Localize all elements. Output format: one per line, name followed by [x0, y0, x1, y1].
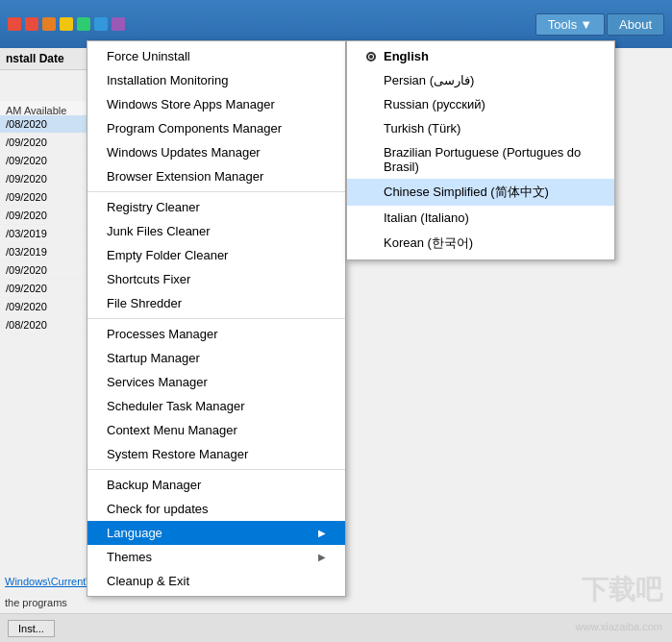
- menu-item-label-language: Language: [107, 526, 162, 540]
- menu-item-label-file-shredder: File Shredder: [107, 296, 182, 310]
- menu-item-cleanup-exit[interactable]: Cleanup & Exit: [87, 569, 345, 593]
- date-row[interactable]: /09/2020: [0, 280, 96, 298]
- submenu-item-label-brazilian-portuguese: Brazilian Portuguese (Portugues do Brasi…: [384, 145, 595, 174]
- menu-item-installation-monitoring[interactable]: Installation Monitoring: [87, 68, 345, 92]
- menu-item-browser-extension[interactable]: Browser Extension Manager: [87, 164, 345, 188]
- menu-item-processes-manager[interactable]: Processes Manager: [87, 322, 345, 346]
- date-row[interactable]: /03/2019: [0, 225, 96, 243]
- menu-item-force-uninstall[interactable]: Force Uninstall: [87, 44, 345, 68]
- about-button[interactable]: About: [607, 13, 664, 36]
- toolbar-buttons: Tools ▼ About: [535, 13, 664, 36]
- tools-arrow-icon: ▼: [580, 17, 592, 32]
- radio-empty-persian: [366, 76, 376, 86]
- submenu-item-label-russian: Russian (русский): [384, 97, 485, 111]
- submenu-item-label-english: English: [384, 49, 429, 63]
- menu-item-backup-manager[interactable]: Backup Manager: [87, 473, 345, 497]
- menu-item-label-program-components: Program Components Manager: [107, 121, 282, 136]
- date-row[interactable]: /03/2019: [0, 243, 96, 261]
- menu-item-windows-updates[interactable]: Windows Updates Manager: [87, 140, 345, 164]
- color-dot-6: [112, 17, 125, 31]
- date-row[interactable]: /09/2020: [0, 261, 96, 280]
- menu-item-label-system-restore: System Restore Manager: [107, 447, 248, 461]
- menu-item-label-scheduler-task: Scheduler Task Manager: [107, 399, 245, 413]
- radio-selected-english: [366, 52, 376, 62]
- color-dot-3: [60, 17, 73, 31]
- menu-item-windows-store-apps[interactable]: Windows Store Apps Manager: [87, 92, 345, 116]
- tools-dropdown-menu: Force UninstallInstallation MonitoringWi…: [87, 40, 346, 597]
- menu-item-program-components[interactable]: Program Components Manager: [87, 116, 345, 140]
- menu-item-label-browser-extension: Browser Extension Manager: [107, 169, 263, 184]
- about-label: About: [619, 17, 652, 32]
- menu-item-label-empty-folder: Empty Folder Cleaner: [107, 248, 228, 262]
- menu-item-context-menu[interactable]: Context Menu Manager: [87, 418, 345, 442]
- submenu-item-korean[interactable]: Korean (한국어): [347, 230, 614, 257]
- submenu-item-italian[interactable]: Italian (Italiano): [347, 206, 614, 230]
- submenu-item-chinese-simplified[interactable]: Chinese Simplified (简体中文): [347, 179, 614, 206]
- menu-item-label-shortcuts-fixer: Shortcuts Fixer: [107, 272, 190, 286]
- date-row[interactable]: /09/2020: [0, 188, 96, 207]
- tools-label: Tools: [548, 17, 577, 32]
- radio-empty-brazilian-portuguese: [366, 155, 376, 164]
- submenu-item-persian[interactable]: Persian (فارسی): [347, 68, 614, 92]
- submenu-arrow-themes: ▶: [318, 552, 326, 562]
- color-dot-2: [42, 17, 56, 31]
- menu-item-label-force-uninstall: Force Uninstall: [107, 49, 190, 63]
- menu-item-themes[interactable]: Themes▶: [87, 545, 345, 569]
- install-date-header: nstall Date: [6, 52, 64, 65]
- date-row[interactable]: /09/2020: [0, 207, 96, 225]
- menu-item-services-manager[interactable]: Services Manager: [87, 370, 345, 394]
- menu-item-label-registry-cleaner: Registry Cleaner: [107, 200, 200, 214]
- date-row[interactable]: /08/2020: [0, 316, 96, 334]
- submenu-item-english[interactable]: English: [347, 44, 614, 68]
- date-row[interactable]: /09/2020: [0, 170, 96, 188]
- color-dots: [8, 17, 125, 31]
- date-row[interactable]: /08/2020: [0, 115, 96, 134]
- submenu-item-label-italian: Italian (Italiano): [384, 210, 469, 225]
- date-row[interactable]: /09/2020: [0, 134, 96, 152]
- status-bar: Inst...: [0, 613, 672, 642]
- menu-item-label-processes-manager: Processes Manager: [107, 327, 218, 341]
- menu-item-label-cleanup-exit: Cleanup & Exit: [107, 574, 189, 588]
- language-submenu: EnglishPersian (فارسی)Russian (русский)T…: [346, 40, 615, 260]
- menu-item-language[interactable]: Language▶: [87, 521, 345, 545]
- watermark: 下载吧: [582, 572, 662, 608]
- radio-empty-turkish: [366, 124, 376, 134]
- date-row[interactable]: /09/2020: [0, 152, 96, 170]
- menu-item-junk-files[interactable]: Junk Files Cleaner: [87, 219, 345, 243]
- menu-item-scheduler-task[interactable]: Scheduler Task Manager: [87, 394, 345, 418]
- radio-empty-russian: [366, 100, 376, 110]
- menu-item-label-windows-store-apps: Windows Store Apps Manager: [107, 97, 275, 111]
- color-dot-1: [25, 17, 38, 31]
- menu-separator: [87, 318, 345, 319]
- menu-item-system-restore[interactable]: System Restore Manager: [87, 442, 345, 466]
- menu-item-label-themes: Themes: [107, 550, 152, 564]
- menu-item-startup-manager[interactable]: Startup Manager: [87, 346, 345, 370]
- install-button[interactable]: Inst...: [8, 620, 55, 637]
- submenu-item-label-chinese-simplified: Chinese Simplified (简体中文): [384, 184, 549, 201]
- date-row[interactable]: /09/2020: [0, 298, 96, 316]
- color-dot-5: [94, 17, 108, 31]
- menu-item-label-startup-manager: Startup Manager: [107, 351, 200, 365]
- submenu-item-russian[interactable]: Russian (русский): [347, 92, 614, 116]
- menu-item-empty-folder[interactable]: Empty Folder Cleaner: [87, 243, 345, 267]
- submenu-item-label-persian: Persian (فارسی): [384, 73, 474, 87]
- radio-empty-chinese-simplified: [366, 187, 376, 197]
- menu-item-shortcuts-fixer[interactable]: Shortcuts Fixer: [87, 267, 345, 291]
- menu-item-label-services-manager: Services Manager: [107, 375, 208, 389]
- menu-item-label-check-updates: Check for updates: [107, 502, 209, 516]
- tools-button[interactable]: Tools ▼: [535, 13, 605, 36]
- submenu-item-brazilian-portuguese[interactable]: Brazilian Portuguese (Portugues do Brasi…: [347, 140, 614, 179]
- color-dot-0: [8, 17, 21, 31]
- submenu-item-turkish[interactable]: Turkish (Türk): [347, 116, 614, 140]
- menu-separator: [87, 191, 345, 192]
- menu-item-check-updates[interactable]: Check for updates: [87, 497, 345, 521]
- panel-header: nstall Date: [0, 48, 96, 70]
- menu-item-label-backup-manager: Backup Manager: [107, 478, 201, 492]
- menu-item-file-shredder[interactable]: File Shredder: [87, 291, 345, 315]
- menu-item-label-windows-updates: Windows Updates Manager: [107, 145, 261, 160]
- submenu-item-label-korean: Korean (한국어): [384, 235, 473, 252]
- radio-empty-korean: [366, 238, 376, 248]
- programs-text: the programs: [5, 597, 67, 608]
- submenu-item-label-turkish: Turkish (Türk): [384, 121, 460, 136]
- menu-item-registry-cleaner[interactable]: Registry Cleaner: [87, 195, 345, 219]
